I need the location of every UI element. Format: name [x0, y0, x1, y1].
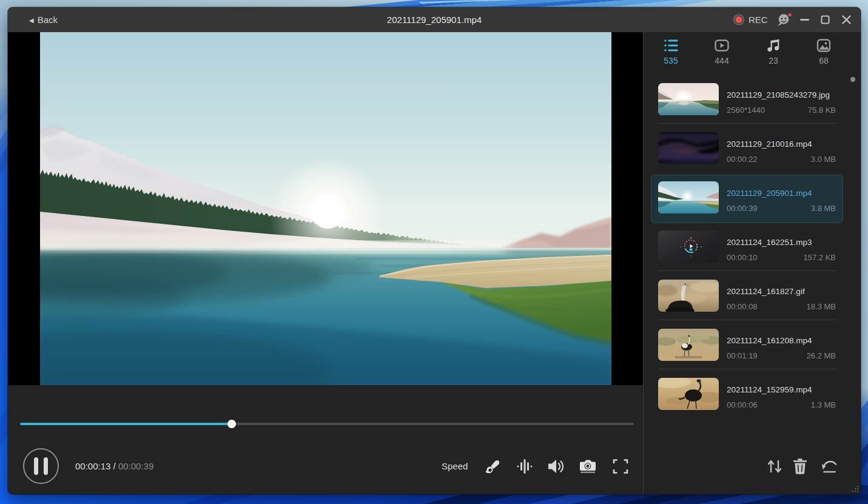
svg-text:REC: REC: [749, 15, 768, 25]
